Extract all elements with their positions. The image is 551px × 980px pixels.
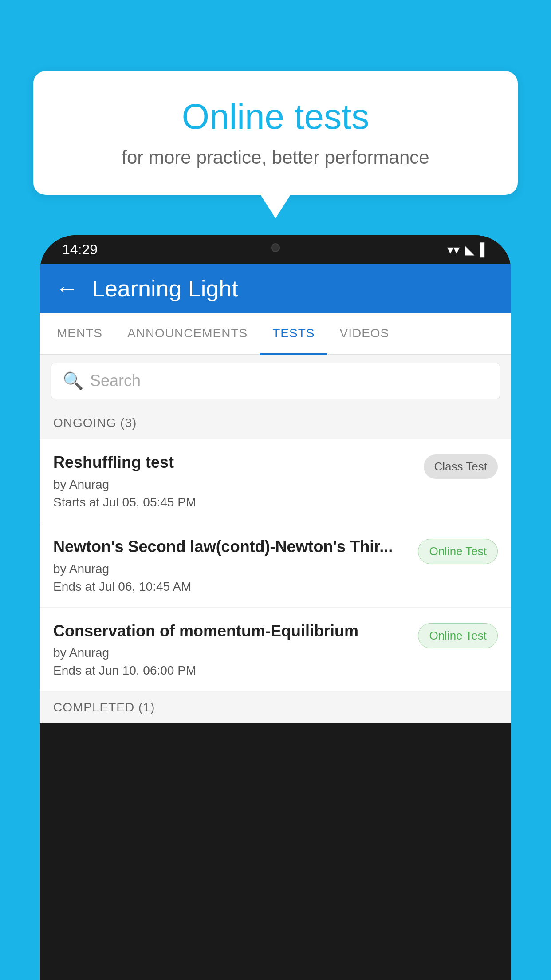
test-info: Newton's Second law(contd)-Newton's Thir… <box>53 537 409 594</box>
search-input-wrapper[interactable]: 🔍 Search <box>51 363 500 399</box>
tabs-container: MENTS ANNOUNCEMENTS TESTS VIDEOS <box>40 313 511 355</box>
test-badge-class: Class Test <box>424 454 498 479</box>
test-item[interactable]: Newton's Second law(contd)-Newton's Thir… <box>40 523 511 608</box>
ongoing-section-header: ONGOING (3) <box>40 407 511 439</box>
app-bar-title: Learning Light <box>92 275 238 302</box>
test-title: Conservation of momentum-Equilibrium <box>53 621 409 642</box>
test-author: by Anurag <box>53 646 409 660</box>
wifi-icon: ▾▾ <box>447 242 460 257</box>
status-bar: 14:29 ▾▾ ◣ ▌ <box>40 235 511 264</box>
search-bar: 🔍 Search <box>40 355 511 407</box>
phone-frame: 14:29 ▾▾ ◣ ▌ ← Learning Light MENTS ANNO… <box>40 235 511 980</box>
camera-icon <box>271 243 280 252</box>
tab-ments[interactable]: MENTS <box>44 313 115 354</box>
speech-bubble: Online tests for more practice, better p… <box>33 71 518 195</box>
test-info: Reshuffling test by Anurag Starts at Jul… <box>53 452 415 510</box>
test-list: Reshuffling test by Anurag Starts at Jul… <box>40 439 511 692</box>
test-date: Starts at Jul 05, 05:45 PM <box>53 495 415 510</box>
test-author: by Anurag <box>53 562 409 576</box>
test-item[interactable]: Reshuffling test by Anurag Starts at Jul… <box>40 439 511 523</box>
speech-bubble-arrow <box>260 194 291 218</box>
speech-bubble-section: Online tests for more practice, better p… <box>33 71 518 218</box>
status-icons: ▾▾ ◣ ▌ <box>447 242 489 257</box>
app-bar: ← Learning Light <box>40 264 511 313</box>
search-icon: 🔍 <box>63 371 83 391</box>
test-item[interactable]: Conservation of momentum-Equilibrium by … <box>40 608 511 692</box>
speech-bubble-subtitle: for more practice, better performance <box>60 147 491 168</box>
test-title: Newton's Second law(contd)-Newton's Thir… <box>53 537 409 557</box>
test-info: Conservation of momentum-Equilibrium by … <box>53 621 409 678</box>
test-date: Ends at Jul 06, 10:45 AM <box>53 580 409 594</box>
battery-icon: ▌ <box>480 243 489 257</box>
tab-announcements[interactable]: ANNOUNCEMENTS <box>115 313 260 354</box>
test-badge-online: Online Test <box>418 623 498 648</box>
test-date: Ends at Jun 10, 06:00 PM <box>53 664 409 678</box>
back-button[interactable]: ← <box>55 275 79 302</box>
completed-section-header: COMPLETED (1) <box>40 692 511 723</box>
phone-time: 14:29 <box>62 241 98 258</box>
tab-videos[interactable]: VIDEOS <box>327 313 401 354</box>
phone-notch <box>240 235 311 260</box>
test-author: by Anurag <box>53 478 415 492</box>
search-input[interactable]: Search <box>90 371 141 390</box>
test-badge-online: Online Test <box>418 539 498 564</box>
signal-icon: ◣ <box>465 242 475 257</box>
tab-tests[interactable]: TESTS <box>260 313 327 354</box>
speech-bubble-title: Online tests <box>60 95 491 138</box>
test-title: Reshuffling test <box>53 452 415 473</box>
